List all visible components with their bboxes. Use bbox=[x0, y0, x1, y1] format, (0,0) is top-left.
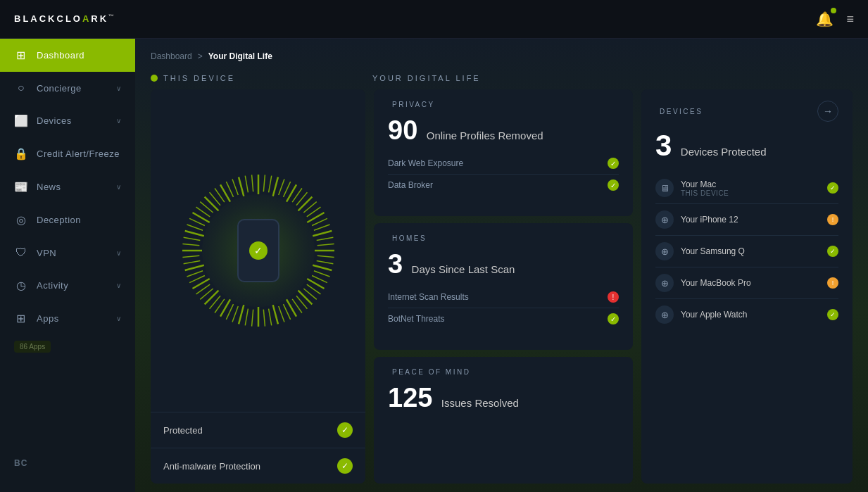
privacy-card: PRIVACY 90 Online Profiles Removed Dark … bbox=[374, 89, 633, 216]
protected-label: Protected bbox=[163, 425, 203, 436]
sidebar-item-vpn[interactable]: 🛡 VPN ∨ bbox=[0, 236, 135, 269]
sidebar-item-credit[interactable]: 🔒 Credit Alert/Freeze bbox=[0, 137, 135, 170]
svg-line-38 bbox=[245, 309, 248, 326]
chevron-icon: ∨ bbox=[116, 282, 122, 289]
breadcrumb: Dashboard > Your Digital Life bbox=[151, 51, 853, 61]
privacy-card-header: PRIVACY bbox=[388, 101, 619, 108]
devices-arrow-button[interactable]: → bbox=[817, 101, 838, 122]
peace-card-header: PEACE OF MIND bbox=[388, 368, 619, 376]
iphone-name: Your iPhone 12 bbox=[681, 215, 820, 225]
dark-web-label: Dark Web Exposure bbox=[388, 158, 463, 168]
internet-scan-indicator: ! bbox=[608, 291, 619, 303]
svg-line-58 bbox=[187, 225, 203, 230]
svg-line-33 bbox=[272, 305, 277, 324]
list-item[interactable]: ⊕ Your iPhone 12 ! bbox=[655, 204, 838, 236]
homes-card-header: HOMES bbox=[388, 234, 619, 242]
list-item[interactable]: ⊕ Your Samsung Q ✓ bbox=[655, 236, 838, 267]
this-device-header-area: THIS DEVICE bbox=[151, 74, 365, 82]
watch-icon: ⊕ bbox=[655, 305, 674, 324]
chevron-icon: ∨ bbox=[116, 117, 122, 125]
mac-sub: THIS DEVICE bbox=[681, 189, 820, 197]
sidebar-label-concierge: Concierge bbox=[37, 83, 108, 94]
mac-name: Your Mac bbox=[681, 179, 820, 189]
top-nav-right: 🔔 ≡ bbox=[816, 11, 854, 27]
svg-line-5 bbox=[283, 182, 290, 197]
svg-line-4 bbox=[278, 179, 284, 196]
svg-line-34 bbox=[268, 309, 271, 326]
device-card-footer: Protected ✓ Anti-malware Protection ✓ bbox=[151, 412, 365, 484]
privacy-rows: Dark Web Exposure ✓ Data Broker ✓ bbox=[388, 153, 619, 196]
botnet-row: BotNet Threats ✓ bbox=[388, 308, 619, 329]
homes-stats: 3 Days Since Last Scan bbox=[388, 249, 619, 279]
list-item[interactable]: ⊕ Your Apple Watch ✓ bbox=[655, 299, 838, 330]
svg-line-50 bbox=[187, 271, 203, 277]
svg-line-45 bbox=[204, 291, 218, 305]
this-device-label: THIS DEVICE bbox=[163, 74, 235, 82]
breadcrumb-separator: > bbox=[198, 51, 203, 61]
apps-badge: 86 Apps bbox=[14, 341, 51, 353]
protected-check-icon: ✓ bbox=[337, 422, 353, 438]
sidebar-label-dashboard: Dashboard bbox=[37, 50, 121, 61]
logo: BLACKCLOARK™ bbox=[14, 13, 116, 24]
sidebar-label-activity: Activity bbox=[37, 280, 108, 291]
sections-row: THIS DEVICE YOUR DIGITAL LIFE bbox=[151, 74, 853, 82]
breadcrumb-parent[interactable]: Dashboard bbox=[151, 51, 192, 61]
device-status-protected: Protected ✓ bbox=[151, 412, 365, 448]
breadcrumb-current: Your Digital Life bbox=[208, 51, 272, 61]
devices-panel-header: DEVICES → bbox=[655, 101, 838, 122]
svg-line-3 bbox=[272, 177, 277, 196]
privacy-count: 90 bbox=[388, 115, 417, 145]
svg-line-20 bbox=[316, 261, 333, 264]
internet-scan-label: Internet Scan Results bbox=[388, 292, 469, 302]
list-item[interactable]: 🖥 Your Mac THIS DEVICE ✓ bbox=[655, 172, 838, 204]
hamburger-menu-icon[interactable]: ≡ bbox=[846, 12, 854, 27]
sidebar-item-dashboard[interactable]: ⊞ Dashboard bbox=[0, 39, 135, 72]
chevron-icon: ∨ bbox=[116, 183, 122, 191]
svg-line-22 bbox=[313, 271, 329, 277]
this-device-dot bbox=[151, 75, 158, 82]
svg-line-1 bbox=[263, 175, 265, 191]
sidebar-item-concierge[interactable]: ○ Concierge ∨ bbox=[0, 72, 135, 104]
antimalware-label: Anti-malware Protection bbox=[163, 461, 260, 472]
macbook-icon: ⊕ bbox=[655, 274, 674, 292]
svg-line-39 bbox=[239, 305, 244, 324]
svg-line-19 bbox=[317, 256, 334, 257]
device-list: 🖥 Your Mac THIS DEVICE ✓ ⊕ Your iPhone 1… bbox=[655, 172, 838, 330]
peace-count: 125 bbox=[388, 383, 432, 412]
svg-line-40 bbox=[232, 306, 238, 322]
iphone-info: Your iPhone 12 bbox=[681, 215, 820, 225]
devices-panel: DEVICES → 3 Devices Protected 🖥 Your M bbox=[641, 89, 853, 484]
apps-icon: ⊞ bbox=[14, 312, 28, 325]
macbook-info: Your MacBook Pro bbox=[681, 278, 820, 288]
samsung-name: Your Samsung Q bbox=[681, 246, 820, 256]
dark-web-row: Dark Web Exposure ✓ bbox=[388, 153, 619, 175]
svg-line-9 bbox=[298, 197, 312, 211]
mac-status: ✓ bbox=[827, 182, 838, 194]
svg-line-49 bbox=[189, 275, 205, 282]
watch-name: Your Apple Watch bbox=[681, 310, 820, 320]
activity-icon: ◷ bbox=[14, 279, 28, 292]
device-visual: // We'll draw ticks via the SVG directly… bbox=[151, 89, 365, 412]
sidebar-item-activity[interactable]: ◷ Activity ∨ bbox=[0, 269, 135, 302]
list-item[interactable]: ⊕ Your MacBook Pro ! bbox=[655, 267, 838, 299]
device-status-antimalware: Anti-malware Protection ✓ bbox=[151, 448, 365, 484]
arrow-icon: → bbox=[823, 106, 833, 117]
bell-icon[interactable]: 🔔 bbox=[816, 11, 834, 27]
cards-row: // We'll draw ticks via the SVG directly… bbox=[151, 89, 853, 484]
botnet-label: BotNet Threats bbox=[388, 314, 444, 324]
devices-desc: Devices Protected bbox=[681, 146, 767, 158]
sidebar-item-news[interactable]: 📰 News ∨ bbox=[0, 170, 135, 203]
sidebar-item-deception[interactable]: ◎ Deception bbox=[0, 203, 135, 236]
this-device-card: // We'll draw ticks via the SVG directly… bbox=[151, 89, 365, 484]
internet-scan-row: Internet Scan Results ! bbox=[388, 286, 619, 308]
sidebar-label-credit: Credit Alert/Freeze bbox=[37, 149, 121, 159]
sidebar-item-devices[interactable]: ⬜ Devices ∨ bbox=[0, 104, 135, 137]
svg-line-55 bbox=[182, 244, 199, 246]
svg-line-63 bbox=[204, 197, 218, 211]
homes-card: HOMES 3 Days Since Last Scan Internet Sc… bbox=[374, 223, 633, 350]
svg-line-51 bbox=[184, 265, 203, 270]
sidebar-item-apps[interactable]: ⊞ Apps ∨ bbox=[0, 302, 135, 335]
iphone-icon: ⊕ bbox=[655, 210, 674, 229]
main-layout: ⊞ Dashboard ○ Concierge ∨ ⬜ Devices ∨ 🔒 … bbox=[0, 39, 868, 492]
dashboard-icon: ⊞ bbox=[14, 49, 28, 62]
